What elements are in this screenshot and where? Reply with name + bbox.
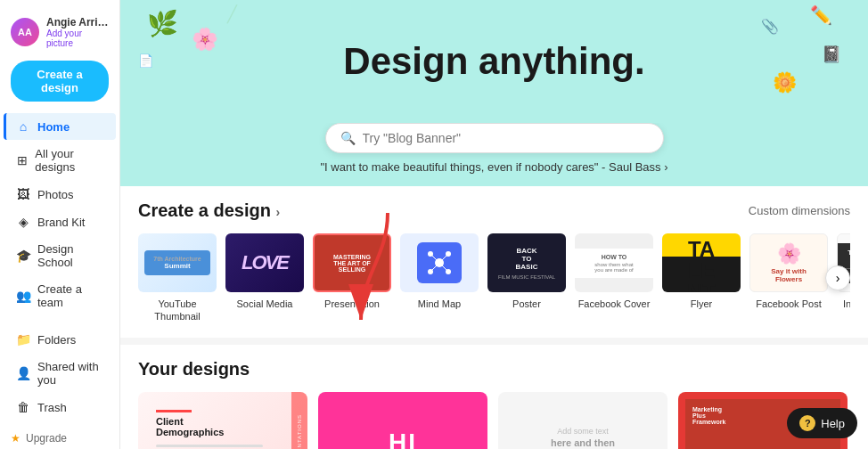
- profile-name: Angie Arriesga...: [46, 16, 111, 29]
- search-input[interactable]: [363, 131, 649, 145]
- deco-pencil: ✏️: [810, 4, 832, 26]
- sidebar-item-label: Shared with you: [37, 360, 103, 387]
- svg-line-7: [430, 263, 439, 272]
- sidebar-item-trash[interactable]: 🗑 Trash: [4, 394, 116, 420]
- sidebar-item-label: All your designs: [35, 147, 103, 174]
- add-picture-link[interactable]: Add your picture: [46, 29, 111, 48]
- sidebar-item-folders[interactable]: 📁 Folders: [4, 326, 116, 353]
- folder-icon: 📁: [16, 332, 30, 347]
- section-header: Create a design › Custom dimensions: [138, 200, 850, 221]
- deco-flower: 🌸: [192, 27, 218, 52]
- deco-paper1: 📄: [138, 53, 153, 68]
- mindmap-svg: [426, 249, 453, 276]
- main-content: 🌿 ╱ 🌸 📄 ✏️ 📎 📓 🌼 Design anything. 🔍 "I w…: [120, 0, 868, 449]
- sidebar-item-home[interactable]: ⌂ Home: [4, 113, 116, 140]
- sidebar-item-label: Home: [37, 120, 70, 134]
- profile-section[interactable]: AA Angie Arriesga... Add your picture ▾: [0, 11, 119, 57]
- design-thumb-2: HI: [318, 392, 487, 449]
- sidebar-item-label: Trash: [37, 401, 67, 414]
- design-thumb-fbpost: 🌸 Say it withFlowers: [749, 233, 828, 292]
- design-type-label: Flyer: [691, 298, 712, 310]
- design-type-youtube-thumbnail[interactable]: 7th Architecture Summit YouTubeThumbnail: [138, 233, 217, 323]
- sidebar-item-label: Design School: [37, 242, 103, 269]
- sidebar-item-label: Photos: [37, 188, 73, 201]
- design-type-label: Mind Map: [418, 298, 461, 310]
- design-thumb-mindmap: [400, 233, 479, 292]
- photo-icon: 🖼: [16, 187, 30, 201]
- star-icon: ★: [11, 432, 20, 445]
- search-bar[interactable]: 🔍: [325, 123, 664, 153]
- shared-icon: 👤: [16, 366, 30, 380]
- design-card-2[interactable]: HI Hi: [318, 392, 487, 449]
- grid-icon: ⊞: [16, 153, 28, 167]
- design-thumb-social: LOVE: [225, 233, 304, 292]
- svg-line-5: [430, 254, 439, 263]
- sidebar-bottom: ★ Upgrade: [0, 421, 119, 449]
- design-type-label: YouTubeThumbnail: [154, 298, 200, 323]
- quote-text[interactable]: "I want to make beautiful things, even i…: [320, 160, 667, 174]
- your-designs-section: Your designs ClientDemographics PRES: [120, 345, 868, 449]
- sidebar-item-label: Create a team: [37, 282, 103, 309]
- sidebar-item-brand-kit[interactable]: ◈ Brand Kit: [4, 208, 116, 235]
- design-type-label: Poster: [512, 298, 541, 310]
- design-type-mind-map[interactable]: Mind Map: [400, 233, 479, 323]
- create-design-section: Create a design › Custom dimensions 7th …: [120, 186, 868, 338]
- design-type-flyer[interactable]: TA LE NT Flyer: [662, 233, 741, 323]
- upgrade-button[interactable]: ★ Upgrade: [11, 429, 109, 448]
- design-type-facebook-post[interactable]: 🌸 Say it withFlowers Facebook Post: [749, 233, 828, 323]
- design-thumb-poster: BACK TO BASIC FILM MUSIC FESTIVAL: [487, 233, 566, 292]
- your-designs-title: Your designs: [138, 359, 850, 380]
- sidebar-item-label: Folders: [37, 333, 76, 347]
- design-type-label: Social Media: [237, 298, 293, 310]
- create-design-button[interactable]: Create a design: [11, 61, 109, 102]
- search-icon: 🔍: [340, 131, 356, 145]
- section-arrow[interactable]: ›: [276, 205, 281, 219]
- svg-line-6: [439, 254, 448, 263]
- help-icon: ?: [799, 415, 815, 431]
- design-type-label: Instagram Post: [843, 298, 850, 310]
- design-thumb-1: ClientDemographics PRESENTATIONS: [138, 392, 307, 449]
- design-types-list: 7th Architecture Summit YouTubeThumbnail…: [138, 233, 850, 323]
- help-button[interactable]: ? Help: [787, 408, 857, 438]
- school-icon: 🎓: [16, 249, 30, 263]
- create-design-title: Create a design ›: [138, 200, 280, 221]
- design-types-wrapper: 7th Architecture Summit YouTubeThumbnail…: [138, 233, 850, 323]
- sidebar-item-create-team[interactable]: 👥 Create a team: [4, 276, 116, 315]
- design-card-1[interactable]: ClientDemographics PRESENTATIONS Make su…: [138, 392, 307, 449]
- design-type-presentation[interactable]: MASTERINGTHE ART OFSELLING Presentation: [313, 233, 391, 323]
- deco-flower2: 🌼: [773, 71, 797, 94]
- hero-banner: 🌿 ╱ 🌸 📄 ✏️ 📎 📓 🌼 Design anything.: [120, 0, 868, 123]
- design-type-poster[interactable]: BACK TO BASIC FILM MUSIC FESTIVAL Poster: [487, 233, 566, 323]
- design-thumb-flyer: TA LE NT: [662, 233, 741, 292]
- scroll-right-button[interactable]: ›: [825, 265, 850, 290]
- design-thumb-presentation: MASTERINGTHE ART OFSELLING: [313, 233, 391, 292]
- design-card-3[interactable]: Add some text here and then pick a templ…: [498, 392, 667, 449]
- avatar: AA: [11, 18, 39, 46]
- design-type-social-media[interactable]: LOVE Social Media: [225, 233, 304, 323]
- sidebar-item-design-school[interactable]: 🎓 Design School: [4, 236, 116, 275]
- profile-text: Angie Arriesga... Add your picture: [46, 16, 111, 48]
- home-icon: ⌂: [16, 119, 30, 134]
- sidebar-item-photos[interactable]: 🖼 Photos: [4, 181, 116, 208]
- custom-dimensions-link[interactable]: Custom dimensions: [749, 204, 850, 217]
- trash-icon: 🗑: [16, 400, 30, 414]
- design-type-label: Facebook Post: [756, 298, 821, 310]
- sidebar-item-all-designs[interactable]: ⊞ All your designs: [4, 141, 116, 180]
- sidebar-nav: ⌂ Home ⊞ All your designs 🖼 Photos ◈ Bra…: [0, 112, 119, 421]
- help-label: Help: [821, 417, 845, 430]
- hero-title: Design anything.: [343, 40, 644, 83]
- design-thumb-youtube: 7th Architecture Summit: [138, 233, 217, 292]
- deco-notebook: 📓: [822, 45, 841, 64]
- design-type-label: Facebook Cover: [578, 298, 651, 310]
- sidebar-item-label: Brand Kit: [37, 216, 85, 229]
- upgrade-label: Upgrade: [26, 432, 67, 445]
- design-thumb-fbcover: HOW TO show them what you are made of: [575, 233, 653, 292]
- designs-grid: ClientDemographics PRESENTATIONS Make su…: [138, 392, 850, 449]
- design-type-facebook-cover[interactable]: HOW TO show them what you are made of Fa…: [575, 233, 653, 323]
- svg-line-8: [439, 263, 448, 272]
- brand-icon: ◈: [16, 215, 30, 229]
- search-section: 🔍 "I want to make beautiful things, even…: [120, 123, 868, 186]
- deco-line: ╱: [227, 4, 237, 24]
- design-thumb-3: Add some text here and then pick a templ…: [498, 392, 667, 449]
- sidebar-item-shared[interactable]: 👤 Shared with you: [4, 354, 116, 393]
